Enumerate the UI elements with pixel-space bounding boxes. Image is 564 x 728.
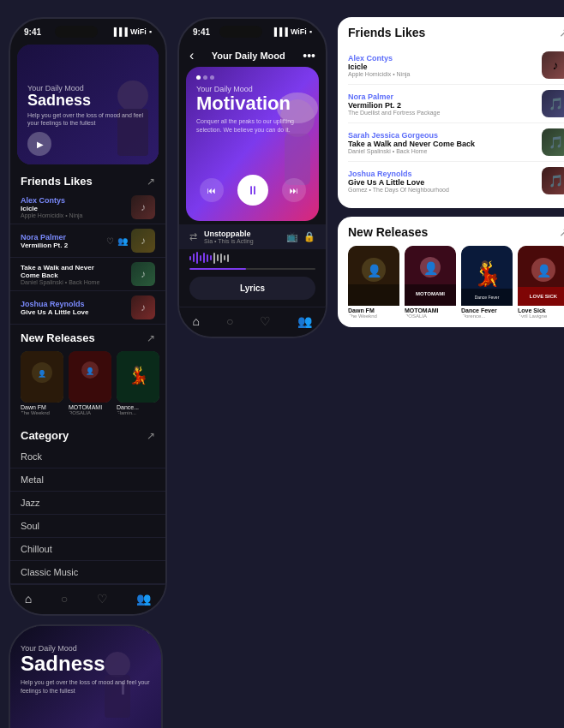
category-metal[interactable]: Metal — [10, 468, 165, 492]
walbum-1[interactable]: 👤 MOTOMAMI MOTOMAMI ROSALIA — [405, 246, 456, 319]
wavatar-2: 🎵 — [542, 128, 564, 156]
nav-home-2[interactable]: ⌂ — [193, 314, 200, 328]
album-art-dance: 💃 — [117, 351, 159, 403]
status-bar-1: 9:41 ▐▐▐ WiFi ▪ — [10, 19, 165, 41]
walbum-label-3: Love Sick — [518, 307, 564, 313]
friend-track-2: Take a Walk and Never — [21, 264, 131, 272]
heart-icon-1[interactable]: ♡ — [106, 236, 114, 246]
save-icon-2[interactable]: 🔒 — [303, 231, 315, 242]
category-chillout[interactable]: Chillout — [10, 538, 165, 561]
nav-heart-2[interactable]: ♡ — [260, 314, 271, 328]
nav-heart[interactable]: ♡ — [97, 592, 108, 606]
friends-section-header: Friends Likes ↗ — [10, 168, 165, 191]
time-1: 9:41 — [24, 27, 41, 37]
motivation-hero: Your Daily Mood Motivation Conquer all t… — [186, 67, 319, 221]
status-icons-2: ▐▐▐ WiFi ▪ — [272, 27, 312, 36]
phone-1: 9:41 ▐▐▐ WiFi ▪ — [9, 17, 167, 616]
svg-text:Dance Fever: Dance Fever — [475, 295, 500, 300]
friends-white-card: Friends Likes ↗ Alex Contys Icicle Apple… — [338, 17, 564, 208]
walbum-sub-3: Avril Lavigne — [518, 313, 564, 319]
svg-text:👤: 👤 — [537, 264, 552, 278]
share-icon-1[interactable]: 👥 — [117, 236, 128, 246]
now-playing-2: ⇄ Unstoppable Sia • This is Acting 📺 🔒 — [179, 224, 326, 249]
friend-avatar-3: ♪ — [131, 295, 155, 319]
wfmeta-0: Apple Homicidix • Ninja — [348, 71, 535, 77]
mood-detail-header-3: Your Daily Mood Sadness Help you get ove… — [10, 626, 161, 728]
dots-menu-2[interactable]: ••• — [303, 49, 315, 63]
release-label-2: Dance... — [117, 404, 159, 410]
wfriend-2[interactable]: Sarah Jessica Gorgeous Take a Walk and N… — [348, 123, 564, 162]
friend-avatar-2: ♪ — [131, 262, 155, 286]
nav-people-2[interactable]: 👥 — [297, 314, 312, 328]
mood-overlay: Your Daily Mood Sadness Help you get ove… — [17, 45, 159, 164]
nav-home[interactable]: ⌂ — [25, 592, 32, 606]
wfriend-0[interactable]: Alex Contys Icicle Apple Homicidix • Nin… — [348, 46, 564, 85]
friend-item-1[interactable]: Nora Palmer Vermilion Pt. 2 ♡ 👥 ♪ — [10, 224, 165, 258]
waveform-2 — [189, 249, 315, 266]
release-card-1[interactable]: 👤 MOTOMAMI ROSALIA — [69, 351, 111, 415]
release-sub-0: The Weeknd — [21, 410, 63, 415]
friend-item-2[interactable]: Take a Walk and Never Come Back Daniel S… — [10, 258, 165, 291]
back-button-2[interactable]: ‹ — [189, 48, 194, 63]
friend-avatar-1: ♪ — [131, 229, 155, 253]
nav-people[interactable]: 👥 — [136, 592, 151, 606]
nav-search-2[interactable]: ○ — [226, 314, 233, 328]
time-2: 9:41 — [193, 27, 210, 37]
wfriend-3[interactable]: Joshua Reynolds Give Us A Little Love Go… — [348, 162, 564, 200]
play-pause-btn-2[interactable]: ⏸ — [237, 175, 268, 206]
play-button-hero[interactable] — [27, 132, 51, 156]
signal-icon: ▐▐▐ — [111, 27, 128, 36]
wfname-1: Nora Palmer — [348, 92, 535, 101]
np-artist-2: Sia • This is Acting — [204, 238, 279, 244]
release-label-0: Dawn FM — [21, 404, 63, 410]
releases-section-header: New Releases ↗ — [10, 325, 165, 348]
category-arrow[interactable]: ↗ — [147, 430, 155, 442]
middle-col: 9:41 ▐▐▐ WiFi ▪ ‹ Your Daily Mood ••• — [177, 17, 327, 338]
dot-3 — [140, 630, 144, 634]
wifi-icon: WiFi — [130, 27, 147, 36]
cast-icon-2[interactable]: 📺 — [286, 231, 298, 242]
category-jazz[interactable]: Jazz — [10, 492, 165, 515]
svg-text:👤: 👤 — [423, 261, 439, 276]
walbum-2[interactable]: 💃 Dance Fever Dance Fever Florence... — [461, 246, 513, 319]
walbum-sub-1: ROSALIA — [405, 313, 456, 319]
walbum-art-0: 👤 — [348, 246, 399, 306]
walbum-art-3: 👤 LOVE SICK — [518, 246, 564, 306]
friend-item-3[interactable]: Joshua Reynolds Give Us A Little Love ♪ — [10, 291, 165, 325]
walbum-0[interactable]: 👤 Dawn FM The Weeknd — [348, 246, 399, 319]
friends-arrow[interactable]: ↗ — [147, 176, 155, 188]
dot-2 — [133, 630, 137, 634]
friend-item-0[interactable]: Alex Contys Icicle Apple Homicidix • Nin… — [10, 191, 165, 224]
nav-search[interactable]: ○ — [61, 592, 68, 606]
walbum-art-1: 👤 MOTOMAMI — [405, 246, 456, 306]
category-rock[interactable]: Rock — [10, 445, 165, 468]
mood-title: Sadness — [27, 92, 148, 110]
svg-rect-22 — [348, 284, 399, 306]
lyrics-button-2[interactable]: Lyrics — [189, 277, 315, 300]
notch-2 — [219, 26, 262, 38]
walbum-sub-2: Florence... — [461, 313, 513, 319]
next-btn-2[interactable]: ⏭ — [282, 178, 306, 202]
wftrack-2: Take a Walk and Never Come Back — [348, 140, 535, 148]
friends-white-arrow[interactable]: ↗ — [559, 26, 564, 39]
shuffle-icon-2[interactable]: ⇄ — [189, 231, 197, 242]
status-bar-2: 9:41 ▐▐▐ WiFi ▪ — [179, 19, 326, 41]
walbum-3[interactable]: 👤 LOVE SICK Love Sick Avril Lavigne — [518, 246, 564, 319]
category-classic[interactable]: Classic Music — [10, 561, 165, 584]
prev-btn-2[interactable]: ⏮ — [200, 178, 224, 202]
category-soul[interactable]: Soul — [10, 515, 165, 538]
releases-arrow[interactable]: ↗ — [147, 332, 155, 344]
progress-fill-2 — [189, 268, 246, 270]
battery-icon: ▪ — [149, 27, 152, 36]
dot-4 — [147, 630, 151, 634]
mood-subtitle: Help you get over the loss of mood and f… — [27, 111, 148, 127]
progress-bar-2[interactable] — [189, 268, 315, 270]
releases-white-arrow[interactable]: ↗ — [559, 225, 564, 239]
friend-avatar-0: ♪ — [131, 195, 155, 219]
wfriend-1[interactable]: Nora Palmer Vermilion Pt. 2 The Duellist… — [348, 85, 564, 123]
signal-icon-2: ▐▐▐ — [272, 27, 288, 36]
friends-title: Friends Likes — [21, 175, 93, 188]
battery-icon-2: ▪ — [309, 27, 312, 36]
release-card-0[interactable]: 👤 Dawn FM The Weeknd — [21, 351, 63, 415]
release-card-2[interactable]: 💃 Dance... Flamin... — [117, 351, 159, 415]
